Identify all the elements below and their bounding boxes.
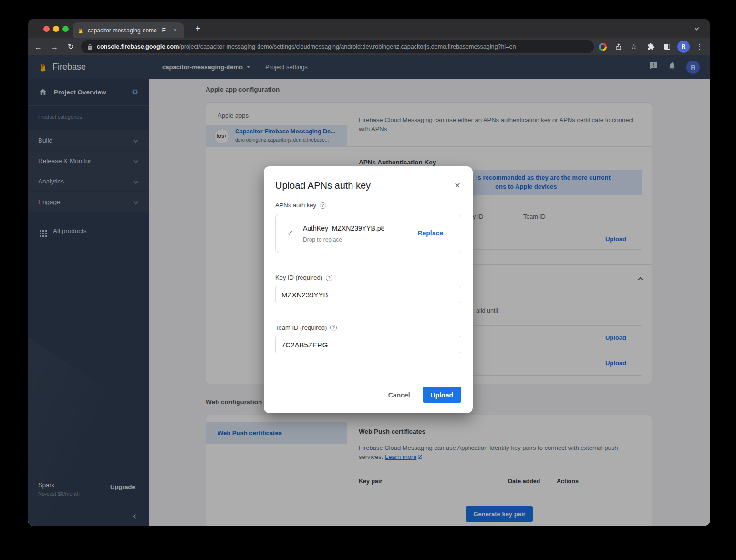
google-logo-icon[interactable] bbox=[597, 41, 608, 52]
upload-button[interactable]: Upload bbox=[423, 387, 461, 403]
address-bar[interactable]: console.firebase.google.com/project/capa… bbox=[81, 40, 594, 53]
close-icon[interactable] bbox=[452, 180, 463, 191]
firebase-favicon-icon bbox=[77, 27, 84, 34]
close-window-button[interactable] bbox=[43, 26, 50, 32]
browser-toolbar: console.firebase.google.com/project/capa… bbox=[28, 38, 710, 55]
forward-button[interactable] bbox=[49, 41, 60, 52]
help-icon[interactable] bbox=[326, 275, 332, 281]
team-id-label: Team ID (required) bbox=[275, 324, 337, 331]
tab-close-icon[interactable] bbox=[171, 27, 179, 33]
key-id-input[interactable] bbox=[275, 286, 461, 303]
cancel-button[interactable]: Cancel bbox=[388, 391, 410, 399]
team-id-input[interactable] bbox=[275, 336, 461, 353]
maximize-window-button[interactable] bbox=[62, 26, 69, 32]
side-panel-icon[interactable] bbox=[662, 41, 673, 52]
firebase-console: Firebase capacitor-messaging-demo Projec… bbox=[28, 55, 710, 526]
new-tab-button[interactable] bbox=[192, 23, 204, 34]
replace-button[interactable]: Replace bbox=[417, 229, 443, 237]
drop-to-replace-hint: Drop to replace bbox=[303, 236, 342, 243]
browser-profile-avatar[interactable]: R bbox=[677, 41, 690, 53]
url-text: console.firebase.google.com/project/capa… bbox=[97, 43, 516, 50]
auth-key-dropzone[interactable]: AuthKey_MZXN239YYB.p8 Drop to replace Re… bbox=[275, 214, 461, 253]
browser-tab[interactable]: capacitor-messaging-demo - F bbox=[73, 22, 184, 38]
upload-apns-auth-key-dialog: Upload APNs auth key APNs auth key AuthK… bbox=[264, 166, 473, 413]
browser-window: capacitor-messaging-demo - F console.fir… bbox=[28, 19, 710, 526]
url-path: /project/capacitor-messaging-demo/settin… bbox=[179, 43, 516, 50]
help-icon[interactable] bbox=[320, 202, 326, 209]
back-button[interactable] bbox=[32, 41, 44, 52]
url-host: console.firebase.google.com bbox=[97, 43, 179, 50]
help-icon[interactable] bbox=[330, 325, 337, 331]
uploaded-file-name: AuthKey_MZXN239YYB.p8 bbox=[303, 224, 384, 232]
browser-menu-icon[interactable] bbox=[694, 41, 705, 52]
share-icon[interactable] bbox=[613, 41, 624, 52]
extensions-puzzle-icon[interactable] bbox=[645, 41, 657, 52]
dialog-title: Upload APNs auth key bbox=[275, 180, 371, 191]
reload-button[interactable] bbox=[65, 41, 76, 52]
bookmark-star-icon[interactable] bbox=[628, 41, 640, 52]
lock-icon bbox=[87, 44, 93, 50]
tab-strip: capacitor-messaging-demo - F bbox=[28, 19, 710, 38]
tab-search-chevron-icon[interactable] bbox=[695, 26, 699, 31]
tab-title: capacitor-messaging-demo - F bbox=[88, 27, 167, 34]
apns-auth-key-label: APNs auth key bbox=[275, 202, 326, 209]
minimize-window-button[interactable] bbox=[53, 26, 59, 32]
key-id-label: Key ID (required) bbox=[275, 274, 332, 281]
check-icon bbox=[287, 229, 293, 237]
